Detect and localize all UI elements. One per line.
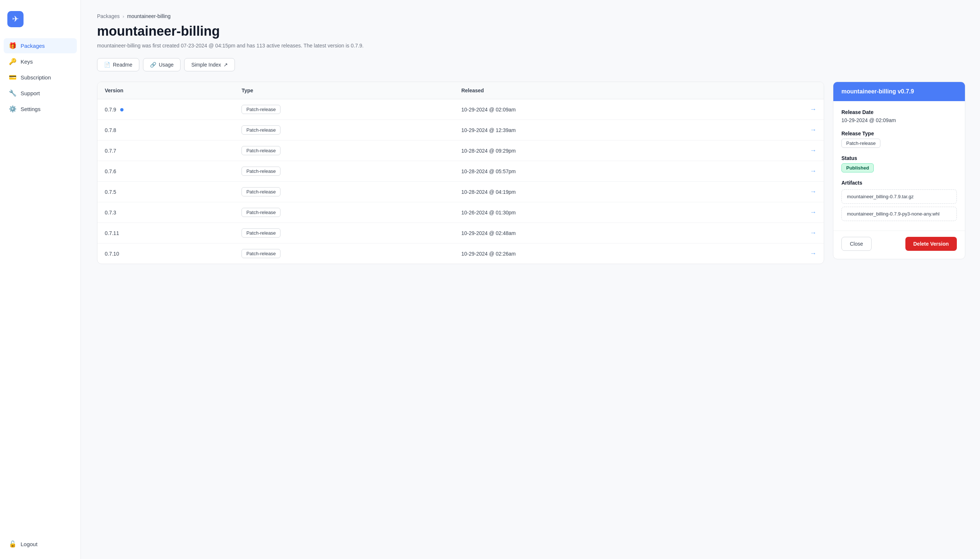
panel-header: mountaineer-billing v0.7.9: [833, 82, 965, 101]
cell-action: →: [737, 161, 824, 182]
sidebar-logo: ✈: [0, 7, 81, 38]
row-arrow-icon[interactable]: →: [810, 250, 817, 257]
sidebar-item-packages[interactable]: 🎁 Packages: [4, 38, 77, 53]
main-content: Packages › mountaineer-billing mountaine…: [81, 0, 980, 559]
table-body: 0.7.9 Patch-release 10-29-2024 @ 02:09am…: [97, 99, 824, 264]
cell-released: 10-29-2024 @ 02:09am: [454, 99, 737, 120]
table-row[interactable]: 0.7.3 Patch-release 10-26-2024 @ 01:30pm…: [97, 202, 824, 223]
tab-readme-label: Readme: [113, 62, 132, 68]
readme-icon: 📄: [104, 62, 110, 68]
artifacts-section: Artifacts mountaineer_billing-0.7.9.tar.…: [833, 180, 965, 231]
artifacts-label: Artifacts: [841, 180, 957, 186]
cell-action: →: [737, 243, 824, 264]
cell-version: 0.7.9: [97, 99, 234, 120]
version-number: 0.7.7: [105, 148, 116, 154]
right-panel: mountaineer-billing v0.7.9 Release Date …: [833, 82, 965, 259]
cell-version: 0.7.5: [97, 182, 234, 202]
delete-version-button[interactable]: Delete Version: [906, 237, 957, 251]
cell-version: 0.7.8: [97, 120, 234, 141]
artifact-item: mountaineer_billing-0.7.9-py3-none-any.w…: [841, 207, 957, 221]
breadcrumb-parent[interactable]: Packages: [97, 13, 119, 19]
cell-action: →: [737, 120, 824, 141]
panel-body: Release Date 10-29-2024 @ 02:09am Releas…: [833, 101, 965, 172]
cell-version: 0.7.6: [97, 161, 234, 182]
version-number: 0.7.6: [105, 169, 116, 174]
sidebar-bottom: 🔓 Logout: [0, 533, 81, 552]
close-button[interactable]: Close: [841, 237, 871, 251]
sidebar-item-keys[interactable]: 🔑 Keys: [4, 54, 77, 69]
col-type: Type: [234, 82, 454, 99]
versions-table-wrapper: Version Type Released 0.7.9 Patch-releas…: [97, 82, 824, 264]
table-row[interactable]: 0.7.8 Patch-release 10-29-2024 @ 12:39am…: [97, 120, 824, 141]
release-type-value: Patch-release: [841, 139, 957, 148]
type-badge: Patch-release: [241, 167, 280, 176]
cell-action: →: [737, 202, 824, 223]
keys-icon: 🔑: [9, 58, 16, 66]
cell-released: 10-29-2024 @ 02:48am: [454, 223, 737, 243]
version-indicator: [120, 108, 124, 111]
cell-type: Patch-release: [234, 161, 454, 182]
support-icon: 🔧: [9, 89, 16, 97]
content-area: Version Type Released 0.7.9 Patch-releas…: [97, 82, 965, 264]
sidebar-item-subscription[interactable]: 💳 Subscription: [4, 70, 77, 85]
logout-icon: 🔓: [9, 540, 16, 548]
row-arrow-icon[interactable]: →: [810, 229, 817, 237]
row-arrow-icon[interactable]: →: [810, 188, 817, 195]
cell-type: Patch-release: [234, 243, 454, 264]
tab-simple-index[interactable]: Simple Index ↗: [184, 58, 235, 71]
row-arrow-icon[interactable]: →: [810, 126, 817, 134]
row-arrow-icon[interactable]: →: [810, 106, 817, 113]
breadcrumb: Packages › mountaineer-billing: [97, 13, 965, 19]
sidebar-nav: 🎁 Packages 🔑 Keys 💳 Subscription 🔧 Suppo…: [0, 38, 81, 533]
tab-buttons: 📄 Readme 🔗 Usage Simple Index ↗: [97, 58, 965, 71]
logo-icon: ✈: [7, 11, 23, 27]
tab-readme[interactable]: 📄 Readme: [97, 58, 139, 71]
sidebar-item-label: Keys: [21, 58, 33, 65]
sidebar-item-label: Subscription: [21, 74, 51, 81]
release-type-section: Release Type Patch-release: [841, 131, 957, 148]
version-number: 0.7.5: [105, 189, 116, 195]
sidebar-item-logout[interactable]: 🔓 Logout: [4, 537, 77, 552]
cell-type: Patch-release: [234, 141, 454, 161]
simple-index-label: Simple Index: [191, 62, 221, 68]
breadcrumb-separator: ›: [122, 13, 124, 19]
type-badge: Patch-release: [241, 208, 280, 217]
logout-label: Logout: [21, 541, 38, 547]
status-badge: Published: [841, 163, 874, 172]
version-number: 0.7.10: [105, 251, 119, 257]
type-badge: Patch-release: [241, 228, 280, 238]
type-badge: Patch-release: [241, 146, 280, 155]
sidebar-item-settings[interactable]: ⚙️ Settings: [4, 101, 77, 117]
tab-usage[interactable]: 🔗 Usage: [143, 58, 180, 71]
type-badge: Patch-release: [241, 126, 280, 135]
sidebar-item-label: Packages: [21, 43, 45, 49]
table-row[interactable]: 0.7.11 Patch-release 10-29-2024 @ 02:48a…: [97, 223, 824, 243]
cell-type: Patch-release: [234, 120, 454, 141]
cell-version: 0.7.3: [97, 202, 234, 223]
usage-icon: 🔗: [150, 62, 156, 68]
cell-type: Patch-release: [234, 182, 454, 202]
artifact-item: mountaineer_billing-0.7.9.tar.gz: [841, 189, 957, 204]
row-arrow-icon[interactable]: →: [810, 167, 817, 175]
table-row[interactable]: 0.7.10 Patch-release 10-29-2024 @ 02:26a…: [97, 243, 824, 264]
cell-version: 0.7.7: [97, 141, 234, 161]
packages-icon: 🎁: [9, 42, 16, 50]
table-row[interactable]: 0.7.9 Patch-release 10-29-2024 @ 02:09am…: [97, 99, 824, 120]
release-type-badge: Patch-release: [841, 139, 880, 148]
release-type-label: Release Type: [841, 131, 957, 136]
table-row[interactable]: 0.7.7 Patch-release 10-28-2024 @ 09:29pm…: [97, 141, 824, 161]
status-value: Published: [841, 163, 957, 172]
sidebar-item-support[interactable]: 🔧 Support: [4, 86, 77, 101]
artifacts-list: mountaineer_billing-0.7.9.tar.gzmountain…: [841, 189, 957, 221]
sidebar-item-label: Support: [21, 90, 40, 96]
row-arrow-icon[interactable]: →: [810, 147, 817, 154]
table-header-row: Version Type Released: [97, 82, 824, 99]
table-row[interactable]: 0.7.5 Patch-release 10-28-2024 @ 04:19pm…: [97, 182, 824, 202]
cell-released: 10-28-2024 @ 04:19pm: [454, 182, 737, 202]
col-action: [737, 82, 824, 99]
type-badge: Patch-release: [241, 105, 280, 114]
table-row[interactable]: 0.7.6 Patch-release 10-28-2024 @ 05:57pm…: [97, 161, 824, 182]
row-arrow-icon[interactable]: →: [810, 208, 817, 216]
tab-usage-label: Usage: [159, 62, 173, 68]
cell-action: →: [737, 182, 824, 202]
